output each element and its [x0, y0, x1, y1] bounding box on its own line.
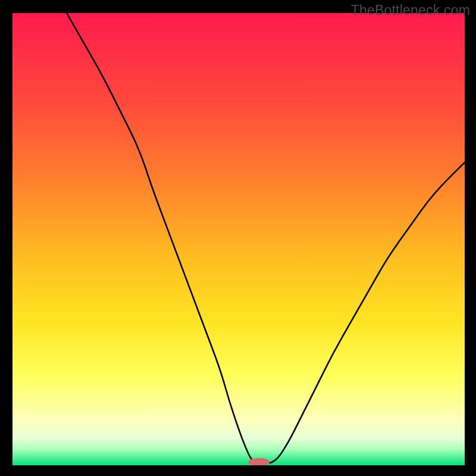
chart-container: TheBottleneck.com — [0, 0, 476, 476]
plot-area — [12, 13, 465, 465]
chart-svg — [12, 13, 465, 465]
watermark-text: TheBottleneck.com — [351, 2, 470, 18]
gradient-background — [12, 13, 465, 465]
